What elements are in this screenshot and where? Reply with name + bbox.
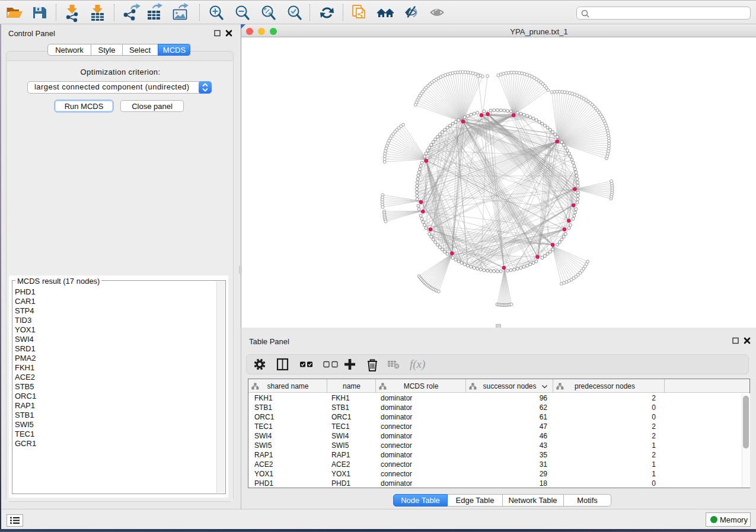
svg-text:f(x): f(x) [410,358,425,371]
